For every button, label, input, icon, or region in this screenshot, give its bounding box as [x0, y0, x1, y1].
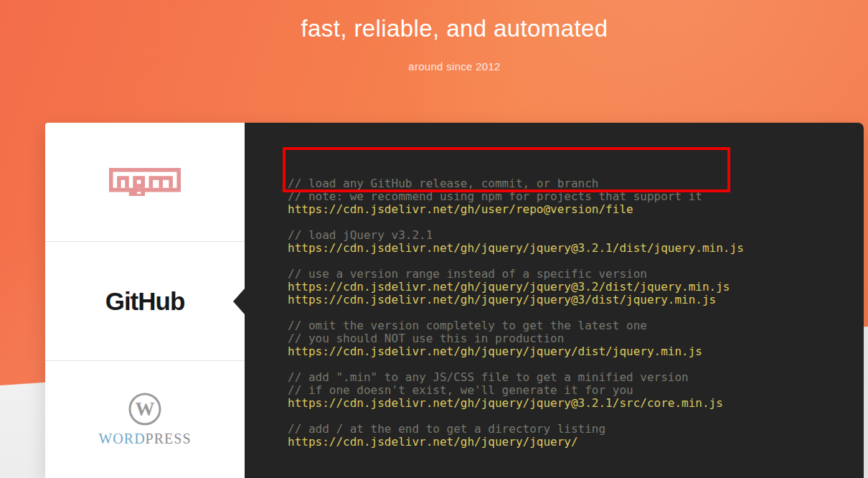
code-block: // add / at the end to get a directory l…: [288, 423, 849, 449]
code-comment-text: // if one doesn't exist, we'll generate …: [288, 384, 849, 397]
code-comment-text: // note: we recommend using npm for proj…: [288, 190, 849, 203]
tab-github[interactable]: GitHub: [45, 242, 245, 361]
source-tabs-sidebar: GitHub W WORDPRESS: [45, 123, 245, 478]
code-blocks: // load any GitHub release, commit, or b…: [288, 177, 849, 449]
github-logo: GitHub: [105, 287, 185, 316]
page-subtitle: around since 2012: [45, 60, 864, 72]
code-comment-text: // you should NOT use this in production: [288, 332, 849, 345]
tab-wordpress[interactable]: W WORDPRESS: [45, 361, 245, 478]
code-block: // load any GitHub release, commit, or b…: [288, 177, 849, 216]
cdn-url-text: https://cdn.jsdelivr.net/gh/jquery/jquer…: [288, 436, 849, 449]
code-comment-text: // load any GitHub release, commit, or b…: [288, 177, 849, 190]
code-comment-text: // add / at the end to get a directory l…: [288, 423, 849, 436]
cdn-url-text: https://cdn.jsdelivr.net/gh/jquery/jquer…: [288, 397, 849, 410]
wordpress-press-text: PRESS: [146, 431, 192, 446]
cdn-url-text: https://cdn.jsdelivr.net/gh/jquery/jquer…: [288, 281, 849, 294]
wordpress-wordmark: WORDPRESS: [98, 431, 191, 447]
code-comment-text: // omit the version completely to get th…: [288, 319, 849, 332]
code-comment-text: // add ".min" to any JS/CSS file to get …: [288, 371, 849, 384]
active-tab-arrow-icon: [233, 289, 245, 314]
wordpress-logo-icon: W: [128, 392, 162, 426]
svg-text:W: W: [136, 398, 155, 420]
code-block: // omit the version completely to get th…: [288, 319, 849, 358]
code-block: // load jQuery v3.2.1https://cdn.jsdeliv…: [288, 229, 849, 255]
hero-content: fast, reliable, and automated around sin…: [45, 0, 864, 72]
page-title: fast, reliable, and automated: [45, 15, 864, 42]
tab-npm[interactable]: [45, 123, 245, 242]
npm-logo-icon: [109, 168, 181, 196]
cdn-url-text: https://cdn.jsdelivr.net/gh/jquery/jquer…: [288, 345, 849, 358]
code-comment-text: // use a version range instead of a spec…: [288, 268, 849, 281]
cdn-url-text: https://cdn.jsdelivr.net/gh/user/repo@ve…: [288, 203, 849, 216]
cdn-url-text: https://cdn.jsdelivr.net/gh/jquery/jquer…: [288, 294, 849, 306]
code-comment-text: // load jQuery v3.2.1: [288, 229, 849, 242]
code-block: // use a version range instead of a spec…: [288, 268, 849, 306]
code-block: // add ".min" to any JS/CSS file to get …: [288, 371, 849, 410]
cdn-usage-card: GitHub W WORDPRESS // load any GitHub re…: [45, 123, 864, 478]
code-examples-panel: // load any GitHub release, commit, or b…: [245, 123, 864, 478]
cdn-url-text: https://cdn.jsdelivr.net/gh/jquery/jquer…: [288, 242, 849, 255]
wordpress-word-text: WORD: [98, 431, 145, 446]
